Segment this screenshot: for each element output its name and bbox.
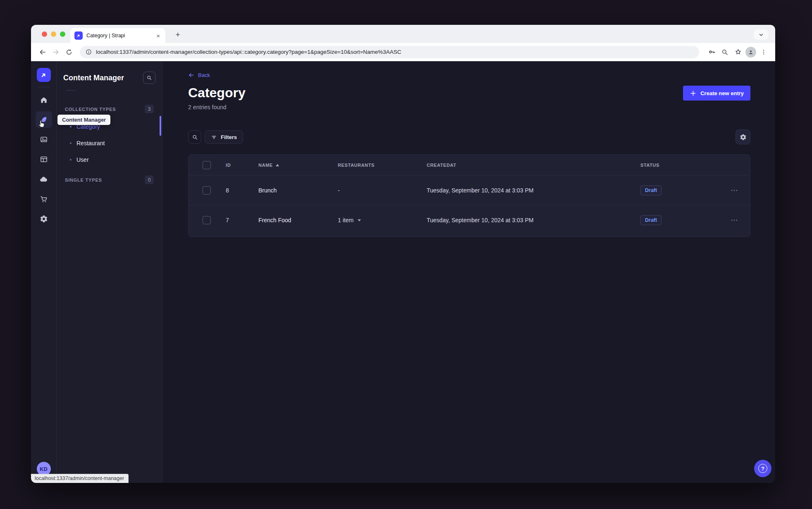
gear-icon	[40, 215, 48, 223]
collection-types-list: Category Restaurant User	[63, 118, 155, 168]
cell-createdat: Tuesday, September 10, 2024 at 3:03 PM	[427, 187, 640, 194]
plus-icon	[690, 90, 697, 97]
row-checkbox[interactable]	[203, 186, 211, 194]
entries-table: ID NAME RESTAURANTS CREATEDAT STATUS 8 B…	[188, 154, 750, 237]
address-bar[interactable]: localhost:1337/admin/content-manager/col…	[80, 46, 699, 58]
table-row[interactable]: 7 French Food 1 item Tuesday, September …	[189, 205, 750, 235]
back-button[interactable]	[37, 46, 48, 58]
strapi-favicon-icon	[74, 31, 83, 40]
filters-button[interactable]: Filters	[205, 130, 243, 144]
row-actions-button[interactable]: ⋯	[721, 186, 750, 195]
section-label: COLLECTION TYPES	[65, 107, 116, 112]
window-minimize-button[interactable]	[51, 31, 56, 37]
page-heading: Category 2 entries found	[188, 85, 246, 110]
status-badge: Draft	[640, 215, 662, 225]
filter-icon	[211, 134, 217, 140]
column-header-createdat[interactable]: CREATEDAT	[427, 163, 640, 168]
cell-id: 8	[226, 187, 258, 194]
main-content: Back Category 2 entries found Create new…	[162, 61, 775, 483]
back-label: Back	[198, 72, 210, 78]
sidebar-item-settings[interactable]	[36, 211, 52, 227]
browser-profile-avatar[interactable]	[745, 47, 756, 58]
cell-restaurants-expander[interactable]: 1 item	[338, 217, 427, 223]
forward-button[interactable]	[50, 46, 62, 58]
bullet-icon	[70, 159, 72, 161]
browser-window: Category | Strapi × + localhost:1337/adm…	[31, 25, 775, 483]
content-manager-tooltip: Content Manager	[57, 115, 110, 125]
password-key-icon[interactable]	[706, 46, 717, 58]
info-icon[interactable]	[86, 49, 92, 55]
browser-menu-icon[interactable]	[758, 46, 769, 58]
sidebar-item-media-library[interactable]	[36, 131, 52, 148]
help-button[interactable]: ?	[754, 460, 771, 477]
view-settings-button[interactable]	[736, 130, 750, 144]
subnav-scrollbar-thumb[interactable]	[160, 116, 161, 136]
window-zoom-button[interactable]	[60, 31, 65, 37]
bullet-icon	[70, 126, 72, 127]
cell-createdat: Tuesday, September 10, 2024 at 3:03 PM	[427, 217, 640, 223]
cell-name: French Food	[258, 217, 338, 223]
subnav-item-user[interactable]: User	[63, 151, 155, 168]
gear-icon	[740, 134, 747, 141]
column-header-restaurants[interactable]: RESTAURANTS	[338, 163, 427, 168]
arrow-left-icon	[188, 72, 194, 78]
url-text: localhost:1337/admin/content-manager/col…	[96, 49, 401, 55]
relation-count-label: 1 item	[338, 217, 353, 223]
link-status-bar: localhost:1337/admin/content-manager	[31, 474, 129, 483]
table-header-row: ID NAME RESTAURANTS CREATEDAT STATUS	[189, 155, 750, 175]
new-tab-button[interactable]: +	[172, 29, 183, 40]
search-icon	[192, 134, 198, 140]
sidebar-item-home[interactable]	[36, 91, 52, 108]
media-library-icon	[40, 135, 48, 144]
window-controls	[42, 31, 65, 37]
tab-search-button[interactable]	[754, 29, 769, 40]
question-mark-icon: ?	[758, 464, 767, 473]
subnav-item-label: Restaurant	[76, 140, 105, 146]
tab-title: Category | Strapi	[86, 33, 151, 38]
column-header-status[interactable]: STATUS	[640, 163, 721, 168]
collection-types-count-badge: 3	[145, 105, 154, 113]
browser-tab-strip: Category | Strapi × +	[31, 25, 775, 43]
person-icon	[748, 49, 754, 55]
cloud-icon	[39, 175, 48, 184]
row-checkbox[interactable]	[203, 216, 211, 224]
create-new-entry-button[interactable]: Create new entry	[683, 86, 750, 101]
subnav-divider	[66, 90, 76, 91]
bullet-icon	[70, 142, 72, 144]
table-row[interactable]: 8 Brunch - Tuesday, September 10, 2024 a…	[189, 175, 750, 205]
subnav-title: Content Manager	[63, 74, 124, 82]
table-search-button[interactable]	[188, 130, 201, 144]
nav-divider	[38, 87, 50, 87]
select-all-checkbox[interactable]	[203, 161, 211, 169]
column-header-name[interactable]: NAME	[258, 163, 338, 168]
collection-types-section: COLLECTION TYPES 3	[63, 105, 155, 113]
single-types-count-badge: 0	[145, 175, 154, 184]
bookmark-star-icon[interactable]	[732, 46, 744, 58]
tab-close-icon[interactable]: ×	[155, 32, 161, 39]
zoom-icon[interactable]	[719, 46, 731, 58]
page-title: Category	[188, 85, 246, 101]
sidebar-item-marketplace[interactable]	[36, 191, 52, 207]
layout-icon	[40, 155, 48, 163]
cell-name: Brunch	[258, 187, 338, 194]
filters-label: Filters	[221, 134, 237, 140]
row-actions-button[interactable]: ⋯	[721, 216, 750, 225]
subnav-item-restaurant[interactable]: Restaurant	[63, 135, 155, 151]
strapi-logo[interactable]	[37, 68, 51, 82]
subnav-search-button[interactable]	[143, 72, 155, 84]
hand-cursor-icon	[37, 119, 46, 128]
back-link[interactable]: Back	[188, 72, 210, 78]
window-close-button[interactable]	[42, 31, 47, 37]
column-header-id[interactable]: ID	[226, 163, 258, 168]
chevron-down-icon	[759, 32, 764, 37]
reload-button[interactable]	[63, 46, 75, 58]
create-button-label: Create new entry	[700, 90, 744, 96]
browser-tab[interactable]: Category | Strapi ×	[70, 28, 165, 43]
cell-id: 7	[226, 217, 258, 223]
single-types-section: SINGLE TYPES 0	[63, 175, 155, 184]
cell-restaurants: -	[338, 187, 427, 194]
sidebar-item-content-type-builder[interactable]	[36, 151, 52, 168]
entries-count: 2 entries found	[188, 104, 246, 110]
sidebar-item-cloud[interactable]	[36, 171, 52, 187]
home-icon	[40, 96, 48, 104]
